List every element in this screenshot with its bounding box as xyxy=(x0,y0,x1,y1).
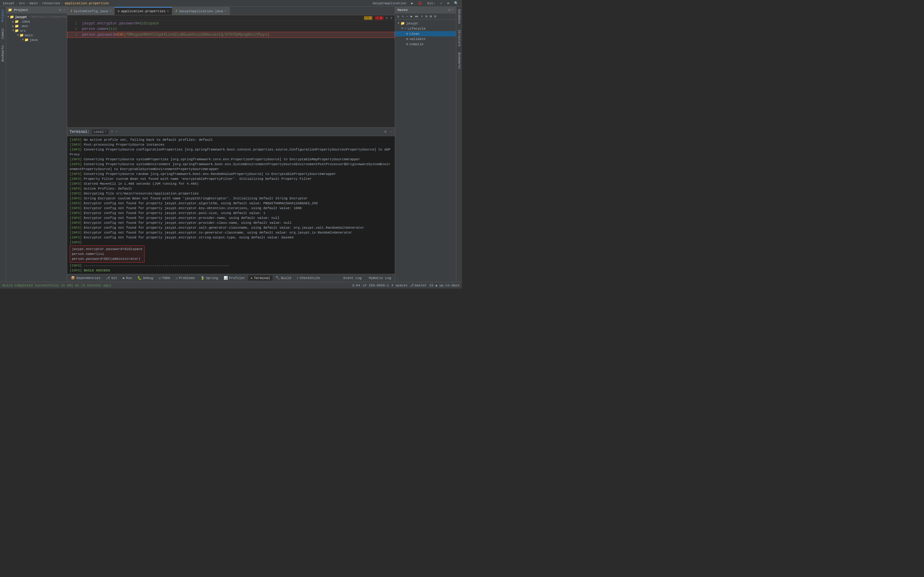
right-sidebar-icons: Database Structure Bookmarks xyxy=(456,7,462,282)
tab-terminal[interactable]: ▸ Terminal xyxy=(248,276,272,280)
maven-validate[interactable]: ⚙ validate xyxy=(395,36,456,42)
maven-collapse[interactable]: ⊟ xyxy=(433,14,437,19)
tab-debug[interactable]: 🐛 Debug xyxy=(135,276,155,280)
tab-checkstyle[interactable]: ✓ CheckStyle xyxy=(294,276,323,280)
tab-close-systemconfig[interactable]: × xyxy=(109,10,111,13)
maven-add[interactable]: + xyxy=(401,15,405,19)
tab-dependencies[interactable]: 📦 Dependencies xyxy=(68,276,103,280)
maven-settings2[interactable]: ⚙ xyxy=(425,14,428,19)
maven-expand[interactable]: ⊞ xyxy=(429,14,433,19)
terminal-log-9: [INFO] Decrypting file src/main/resource… xyxy=(69,191,393,196)
breadcrumb-file: application.properties xyxy=(65,2,109,5)
breadcrumb-src[interactable]: src xyxy=(19,2,25,5)
terminal-log-11: [INFO] Encryptor config not found for pr… xyxy=(69,201,393,206)
terminal-tab-close[interactable]: × xyxy=(105,130,107,134)
project-panel-collapse[interactable]: − xyxy=(63,8,65,12)
terminal-log-5: [INFO] Converting PropertySource random … xyxy=(69,172,393,176)
decrypted-output-box: jasypt.encryptor.password=didispace pers… xyxy=(69,245,145,263)
tab-todo[interactable]: ☑ TODO xyxy=(156,276,172,280)
code-line-2[interactable]: 2 person.name=lisi xyxy=(67,26,395,32)
build-status[interactable]: Build completed successfully in 991 ms (… xyxy=(2,284,111,287)
git-label: Git: xyxy=(426,2,436,5)
tree-java[interactable]: ▼ 📁 java xyxy=(6,37,67,42)
tab-profiler[interactable]: 📊 Profiler xyxy=(221,276,248,280)
tree-idea[interactable]: ▶ 📁 .idea xyxy=(6,19,67,24)
maven-title: Maven xyxy=(397,8,408,12)
maven-run[interactable]: ▶ xyxy=(410,14,414,19)
terminal-log-10: [INFO] String Encryptor custom Bean not … xyxy=(69,196,393,201)
maven-clean[interactable]: ⚙ clean xyxy=(395,31,456,36)
right-sidebar-structure[interactable]: Structure xyxy=(457,29,461,48)
notifications-count[interactable]: 23 ▲ up-to-date xyxy=(429,283,460,287)
debug-icon: 🐛 xyxy=(137,276,142,280)
git-checkmark[interactable]: ✓ xyxy=(439,1,444,5)
breadcrumb-main[interactable]: main xyxy=(30,2,37,5)
line-encoding[interactable]: LF ISO-8859-1 xyxy=(363,283,389,287)
terminal-tab-local[interactable]: Local × xyxy=(92,129,108,134)
terminal-settings[interactable]: ⚙ xyxy=(384,129,386,134)
mybatis-log-button[interactable]: MyBatis Log xyxy=(367,276,394,280)
tab-systemconfig[interactable]: J SystemConfig.java × xyxy=(67,7,115,15)
tab-problems[interactable]: ⚠ Problems xyxy=(173,276,197,280)
decrypted-line-1: person.name=lisi xyxy=(72,251,142,256)
right-sidebar-database[interactable]: Database xyxy=(457,8,461,25)
tree-root[interactable]: ▼ 📁 jasypt ~/devtools/studyworkspace xyxy=(6,15,67,19)
tab-jasyptapplication[interactable]: J JasyptApplication.java × xyxy=(172,7,230,15)
cursor-position[interactable]: 3:64 xyxy=(352,283,360,287)
tab-close-application-properties[interactable]: × xyxy=(167,10,169,13)
terminal-add-tab[interactable]: + xyxy=(111,130,113,134)
vcs-branch[interactable]: ⎇ master xyxy=(410,283,427,287)
indent-style[interactable]: 4 spaces xyxy=(391,283,408,287)
editor-tabs: J SystemConfig.java × ⚙ application.prop… xyxy=(67,7,395,15)
run-config-dropdown[interactable]: JasyptApplication xyxy=(371,2,408,5)
breadcrumb-jasypt[interactable]: jasypt xyxy=(2,2,15,5)
search-button[interactable]: 🔍 xyxy=(453,1,460,5)
status-bar-left: Build completed successfully in 991 ms (… xyxy=(2,284,111,287)
settings-button[interactable]: ⚙ xyxy=(446,1,451,5)
collapse-warnings[interactable]: ∧ xyxy=(386,16,388,20)
maven-compile[interactable]: ⚙ compile xyxy=(395,42,456,47)
terminal-log-1: [INFO] Post-processing PropertySource in… xyxy=(69,142,393,147)
maven-download-sources[interactable]: ⬇ xyxy=(420,14,424,19)
maven-panel: Maven ⚙ − ↻ + − ▶ ⏭ ⬇ ⚙ ⊞ ⊟ ▼ 📁 jasypt ▼ xyxy=(395,7,456,282)
error-badge[interactable]: ⚡ 6 xyxy=(375,16,383,20)
tab-build[interactable]: 🔨 Build xyxy=(273,276,294,280)
maven-minimize[interactable]: − xyxy=(451,8,454,12)
maven-settings[interactable]: ⚙ xyxy=(448,8,451,12)
checkstyle-icon: ✓ xyxy=(297,276,299,280)
event-log-button[interactable]: Event Log xyxy=(341,276,364,280)
maven-remove[interactable]: − xyxy=(405,15,409,19)
tab-run[interactable]: ▶ Run xyxy=(120,276,134,280)
code-line-1[interactable]: 1 jasypt.encryptor.password=didispace xyxy=(67,21,395,26)
spring-icon: 🍃 xyxy=(200,276,205,280)
tab-close-jasyptapplication[interactable]: × xyxy=(225,10,226,13)
tab-application-properties[interactable]: ⚙ application.properties × xyxy=(115,7,172,15)
tab-spring[interactable]: 🍃 Spring xyxy=(198,276,221,280)
terminal-body[interactable]: [INFO] No active profile set, falling ba… xyxy=(67,136,395,274)
warning-badge[interactable]: ⚠ 2 xyxy=(364,16,373,20)
maven-project-root[interactable]: ▼ 📁 jasypt xyxy=(395,21,456,26)
debug-button[interactable]: 🐞 xyxy=(417,1,423,5)
tree-mvn[interactable]: ▶ 📁 .mvn xyxy=(6,24,67,28)
tab-git[interactable]: ⎇ Git xyxy=(103,276,120,280)
maven-refresh[interactable]: ↻ xyxy=(396,14,400,19)
code-line-3[interactable]: 3 person.password=ENC(fBMsgoahRHVYC21pkX… xyxy=(67,32,395,38)
terminal-log-13: [INFO] Encryptor config not found for pr… xyxy=(69,211,393,216)
breadcrumb-resources[interactable]: resources xyxy=(42,2,60,5)
project-icon: 📁 xyxy=(8,8,12,12)
tree-main[interactable]: ▼ 📁 main xyxy=(6,33,67,37)
tree-src[interactable]: ▼ 📁 src xyxy=(6,28,67,33)
maven-skip-tests[interactable]: ⏭ xyxy=(414,14,419,19)
run-button[interactable]: ▶ xyxy=(410,1,415,5)
sidebar-item-commit[interactable]: Commit xyxy=(1,27,5,40)
terminal-minimize[interactable]: − xyxy=(390,130,393,134)
sidebar-item-project[interactable]: Project xyxy=(1,8,5,23)
maven-toolbar: ↻ + − ▶ ⏭ ⬇ ⚙ ⊞ ⊟ xyxy=(395,13,456,19)
maven-lifecycle-section[interactable]: ▼ ⚡ Lifecycle xyxy=(395,26,456,31)
right-sidebar-bookmarks[interactable]: Bookmarks xyxy=(457,51,461,70)
editor-area: J SystemConfig.java × ⚙ application.prop… xyxy=(67,7,395,282)
decrypted-line-0: jasypt.encryptor.password=didispace xyxy=(72,247,142,251)
sidebar-item-bookmarks[interactable]: Bookmarks xyxy=(1,44,5,63)
expand-warnings[interactable]: ∨ xyxy=(390,16,393,20)
project-panel-gear[interactable]: ⚙ xyxy=(59,8,61,12)
